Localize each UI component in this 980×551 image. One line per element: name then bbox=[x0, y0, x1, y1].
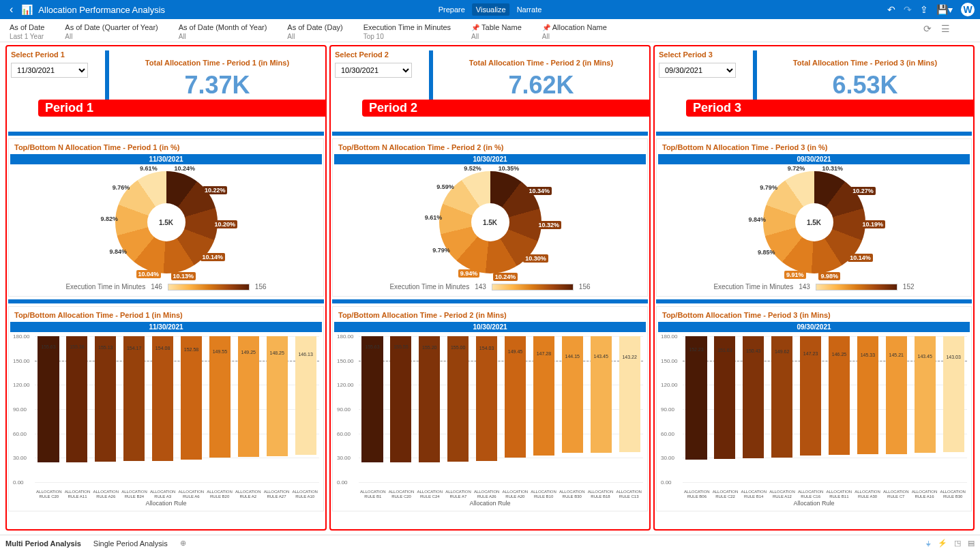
legend-min: 143 bbox=[799, 283, 810, 291]
donut-title: Top/Bottom N Allocation Time - Period 3 … bbox=[658, 140, 970, 154]
bar-column[interactable]: 147.23 bbox=[797, 336, 825, 482]
bar-column[interactable]: 143.22 bbox=[616, 336, 643, 482]
bar-column[interactable]: 154.08 bbox=[149, 336, 177, 482]
bar-column[interactable]: 155.63 bbox=[359, 336, 386, 482]
donut-slice-label: 10.13% bbox=[171, 272, 196, 280]
bar-column[interactable]: 155.38 bbox=[63, 336, 91, 482]
bar-column[interactable]: 145.33 bbox=[854, 336, 881, 482]
add-canvas-button[interactable]: ⊕ bbox=[180, 539, 186, 548]
bar-x-label: ALLOCATIONRULE A11 bbox=[63, 490, 92, 498]
bar-x-label: ALLOCATIONRULE C24 bbox=[415, 490, 444, 498]
bar-column[interactable]: 145.21 bbox=[882, 336, 910, 482]
donut-slice-label: 10.32% bbox=[536, 221, 561, 229]
tab-visualize[interactable]: Visualize bbox=[472, 3, 510, 16]
bar bbox=[743, 336, 764, 458]
bar-column[interactable]: 143.45 bbox=[587, 336, 614, 482]
donut-date-header: 09/30/2021 bbox=[658, 154, 970, 164]
bar-column[interactable]: 146.25 bbox=[826, 336, 853, 482]
tab-narrate[interactable]: Narrate bbox=[513, 3, 546, 16]
panel-icon[interactable]: ▤ bbox=[968, 539, 975, 548]
bar-column[interactable]: 155.00 bbox=[445, 336, 472, 482]
filter-month[interactable]: As of Date (Month of Year) All bbox=[179, 23, 267, 40]
bar-chart[interactable]: Execution Time in Minutes 0.0030.0060.00… bbox=[10, 332, 322, 498]
period-date-select[interactable]: 11/30/2021 bbox=[11, 63, 88, 78]
donut-slice-label: 9.94% bbox=[458, 269, 480, 278]
bar-chart[interactable]: Execution Time in Minutes 0.0030.0060.00… bbox=[658, 332, 970, 498]
filter-exectime[interactable]: Execution Time in Minutes Top 10 bbox=[363, 23, 451, 40]
donut-chart[interactable]: 1.5K 10.24%10.22%10.20%10.14%10.13%10.04… bbox=[115, 171, 218, 273]
bar-column[interactable]: 149.25 bbox=[235, 336, 262, 482]
donut-slice-label: 9.72% bbox=[788, 165, 805, 172]
bar-column[interactable]: 148.25 bbox=[263, 336, 291, 482]
filter-allocationname[interactable]: 📌Allocation Name All bbox=[542, 23, 607, 40]
bar-value-label: 146.25 bbox=[832, 352, 846, 357]
donut-slice-label: 9.84% bbox=[110, 248, 128, 255]
filter-asofdate[interactable]: As of Date Last 1 Year bbox=[10, 23, 44, 40]
bar-column[interactable]: 143.03 bbox=[940, 336, 967, 482]
donut-slice-label: 10.20% bbox=[212, 220, 237, 228]
bar bbox=[476, 336, 497, 461]
bar-column[interactable]: 149.45 bbox=[502, 336, 529, 482]
chart-icon: 📊 bbox=[21, 4, 33, 15]
filter-tablename[interactable]: 📌Table Name All bbox=[471, 23, 522, 40]
donut-slice-label: 10.34% bbox=[526, 187, 552, 195]
bar bbox=[447, 336, 469, 462]
bar-column[interactable]: 143.45 bbox=[911, 336, 938, 482]
bar-column[interactable]: 154.03 bbox=[473, 336, 501, 482]
save-icon[interactable]: 💾▾ bbox=[936, 4, 953, 15]
tab-prepare[interactable]: Prepare bbox=[434, 3, 469, 16]
bar-column[interactable]: 150.43 bbox=[740, 336, 767, 482]
undo-icon[interactable]: ↶ bbox=[887, 4, 895, 15]
bar-column[interactable]: 151.63 bbox=[711, 336, 739, 482]
period-panel: Select Period 3 09/30/2021 Total Allocat… bbox=[653, 45, 975, 531]
user-avatar[interactable]: W bbox=[961, 3, 975, 16]
bar-x-label: ALLOCATIONRULE C20 bbox=[387, 490, 416, 498]
bar bbox=[66, 336, 87, 462]
page-title: Allocation Performance Analysis bbox=[38, 5, 165, 15]
bar-x-label: ALLOCATIONRULE B18 bbox=[586, 490, 615, 498]
bar-column[interactable]: 155.20 bbox=[416, 336, 443, 482]
bar-column[interactable]: 147.28 bbox=[530, 336, 557, 482]
bar-column[interactable]: 155.63 bbox=[35, 336, 62, 482]
bar-x-label: ALLOCATIONRULE B10 bbox=[529, 490, 558, 498]
bar-date-header: 10/30/2021 bbox=[334, 322, 646, 332]
bolt-icon[interactable]: ⚡ bbox=[938, 539, 947, 548]
donut-slice-label: 10.27% bbox=[850, 187, 876, 195]
donut-slice-label: 9.61% bbox=[140, 165, 158, 172]
bar-title: Top/Bottom Allocation Time - Period 1 (i… bbox=[10, 308, 322, 322]
tab-single-period[interactable]: Single Period Analysis bbox=[93, 539, 168, 548]
filter-day[interactable]: As of Date (Day) All bbox=[287, 23, 342, 40]
tab-multi-period[interactable]: Multi Period Analysis bbox=[5, 539, 81, 548]
back-button[interactable]: ‹ bbox=[5, 3, 17, 16]
auto-insights-icon[interactable]: ⏚ bbox=[926, 539, 931, 548]
donut-chart[interactable]: 1.5K 10.31%10.27%10.19%10.14%9.98%9.91%9… bbox=[763, 171, 865, 273]
bar bbox=[181, 336, 202, 460]
bar bbox=[123, 336, 145, 461]
refresh-icon[interactable]: ⟳ bbox=[923, 23, 932, 34]
layout-icon[interactable]: ◳ bbox=[954, 539, 961, 548]
bar-value-label: 143.45 bbox=[593, 354, 608, 359]
bar-column[interactable]: 152.58 bbox=[178, 336, 205, 482]
bar-column[interactable]: 149.55 bbox=[206, 336, 233, 482]
period-date-select[interactable]: 09/30/2021 bbox=[659, 63, 736, 78]
share-icon[interactable]: ⇪ bbox=[920, 4, 928, 15]
bar-column[interactable]: 155.55 bbox=[387, 336, 415, 482]
bar-value-label: 148.25 bbox=[269, 351, 284, 355]
bar-column[interactable]: 152.23 bbox=[683, 336, 710, 482]
period-date-select[interactable]: 10/30/2021 bbox=[335, 63, 412, 78]
section-divider bbox=[656, 132, 972, 136]
bar-value-label: 155.20 bbox=[422, 345, 436, 350]
bar-column[interactable]: 144.15 bbox=[559, 336, 586, 482]
bar-column[interactable]: 154.17 bbox=[121, 336, 148, 482]
list-icon[interactable]: ☰ bbox=[941, 23, 950, 34]
redo-icon[interactable]: ↷ bbox=[904, 4, 912, 15]
donut-chart[interactable]: 1.5K 10.35%10.34%10.32%10.30%10.24%9.94%… bbox=[439, 171, 541, 273]
bar-chart[interactable]: Execution Time in Minutes 0.0030.0060.00… bbox=[334, 332, 646, 498]
donut-center-value: 1.5K bbox=[795, 203, 833, 241]
donut-slice-label: 10.30% bbox=[523, 254, 548, 263]
bar-column[interactable]: 149.62 bbox=[769, 336, 796, 482]
filter-quarter[interactable]: As of Date (Quarter of Year) All bbox=[65, 23, 158, 40]
bar bbox=[38, 336, 59, 462]
bar-column[interactable]: 155.13 bbox=[92, 336, 119, 482]
bar-column[interactable]: 146.13 bbox=[292, 336, 319, 482]
